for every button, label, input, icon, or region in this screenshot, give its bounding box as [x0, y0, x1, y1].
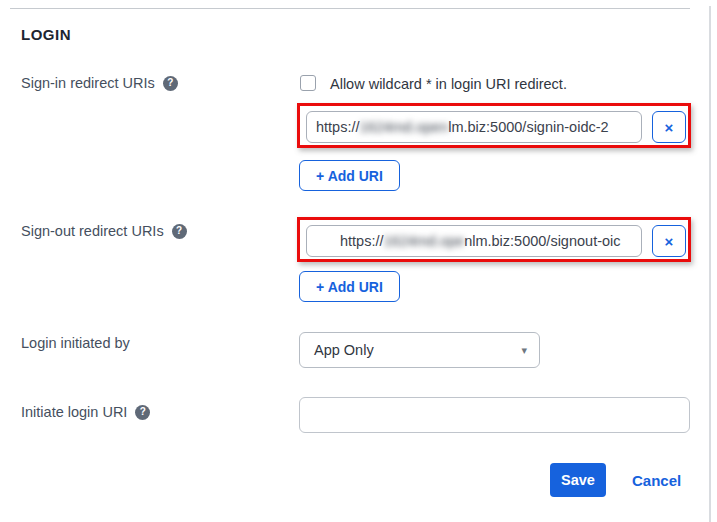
- uri-text-suffix: nlm.biz:5000/signout-oic: [464, 233, 620, 249]
- add-signout-uri-button[interactable]: + Add URI: [299, 271, 400, 302]
- remove-signout-uri-button[interactable]: ×: [652, 225, 686, 257]
- cancel-button[interactable]: Cancel: [632, 472, 681, 489]
- selected-option-label: App Only: [314, 342, 374, 358]
- allow-wildcard-checkbox-label: Allow wildcard * in login URI redirect.: [330, 76, 567, 92]
- signin-redirect-uri-input[interactable]: https://1624md.openlm.biz:5000/signin-oi…: [306, 111, 642, 143]
- chevron-down-icon: ▾: [521, 344, 527, 357]
- uri-text-redacted: 1624md.ope: [384, 233, 465, 249]
- close-icon: ×: [665, 119, 674, 136]
- initiate-login-uri-label-text: Initiate login URI: [21, 404, 127, 420]
- uri-text-prefix: https://: [316, 119, 360, 135]
- help-icon[interactable]: ?: [163, 76, 178, 91]
- login-initiated-by-label-text: Login initiated by: [21, 335, 130, 351]
- signout-redirect-uri-input[interactable]: https://1624md.openlm.biz:5000/signout-o…: [306, 225, 642, 257]
- login-initiated-by-label: Login initiated by: [21, 335, 130, 351]
- help-icon[interactable]: ?: [172, 224, 187, 239]
- panel-right-border: [709, 6, 711, 522]
- top-divider: [10, 8, 690, 9]
- signin-redirect-uris-label-text: Sign-in redirect URIs: [21, 75, 155, 91]
- signout-redirect-uris-label-text: Sign-out redirect URIs: [21, 223, 164, 239]
- add-signin-uri-button[interactable]: + Add URI: [299, 160, 400, 191]
- uri-text-suffix: lm.biz:5000/signin-oidc-2: [448, 119, 608, 135]
- uri-text-redacted: 1624md.open: [360, 119, 449, 135]
- initiate-login-uri-label: Initiate login URI ?: [21, 404, 150, 420]
- remove-signin-uri-button[interactable]: ×: [652, 111, 686, 143]
- close-icon: ×: [665, 233, 674, 250]
- signout-redirect-uris-label: Sign-out redirect URIs ?: [21, 223, 187, 239]
- uri-text-prefix: https://: [340, 233, 384, 249]
- section-title-login: LOGIN: [21, 26, 71, 43]
- initiate-login-uri-input[interactable]: [299, 397, 690, 433]
- allow-wildcard-checkbox[interactable]: [300, 75, 316, 91]
- signin-redirect-uris-label: Sign-in redirect URIs ?: [21, 75, 178, 91]
- help-icon[interactable]: ?: [135, 405, 150, 420]
- save-button[interactable]: Save: [550, 463, 606, 497]
- login-initiated-by-select[interactable]: App Only ▾: [299, 332, 540, 368]
- login-settings-panel: LOGIN Sign-in redirect URIs ? Allow wild…: [0, 0, 717, 522]
